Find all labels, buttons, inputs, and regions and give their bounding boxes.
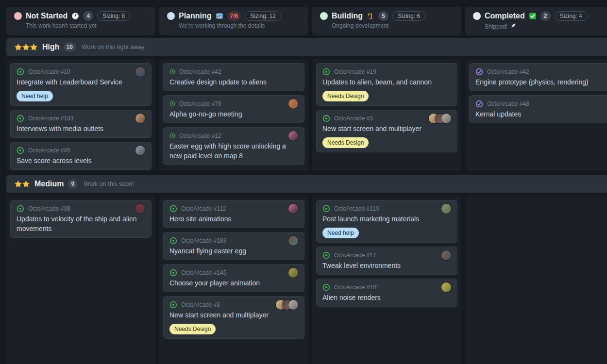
card-header-row: OctoArcade #19 [322, 67, 451, 76]
card-title[interactable]: Updates to alien, beam, and cannon [322, 77, 451, 87]
column-description-text: This work hasn't started yet [26, 22, 97, 29]
card-title[interactable]: Nyancat flying easter egg [169, 246, 298, 256]
open-issue-icon [322, 251, 330, 259]
column-header: Building 5 Sizing: 6 Ongoing development [312, 7, 461, 35]
card-label: Needs Design [322, 137, 369, 148]
star-icon [14, 43, 22, 51]
card-header-row: OctoArcade #48 [475, 99, 604, 108]
card-header-row: OctoArcade #112 [169, 204, 298, 213]
avatar-stack [429, 114, 451, 123]
open-issue-icon [322, 283, 330, 291]
card-repo-number: OctoArcade #183 [28, 115, 132, 122]
card-title[interactable]: Alpha go-no-go meeting [169, 109, 298, 119]
card-title[interactable]: Kernal updates [475, 109, 604, 119]
issue-card[interactable]: OctoArcade #145 Choose your player anima… [163, 264, 304, 292]
card-repo-number: OctoArcade #45 [28, 147, 132, 154]
priority-stars-icon [14, 43, 37, 51]
card-header-row: OctoArcade #42 [169, 67, 298, 76]
issue-card[interactable]: OctoArcade #42 Engine prototype (physics… [469, 63, 607, 91]
card-labels-row: Needs Design [169, 324, 298, 334]
avatar-stack [276, 300, 298, 310]
issue-card[interactable]: OctoArcade #10 Integrate with Leaderboar… [10, 63, 152, 106]
issue-card[interactable]: OctoArcade #79 Alpha go-no-go meeting [163, 95, 304, 123]
column-description-icon [510, 22, 517, 31]
column-description: This work hasn't started yet [26, 22, 148, 29]
card-title[interactable]: Creative design update to aliens [169, 77, 298, 87]
closed-issue-icon [475, 68, 483, 76]
issue-card[interactable]: OctoArcade #3 New start screen and multi… [316, 110, 457, 152]
card-title[interactable]: Interviews with media outlets [17, 124, 145, 133]
swimlane-count-badge: 9 [67, 179, 78, 189]
column-emoji-icon [529, 12, 537, 20]
card-label: Needs Design [322, 91, 369, 101]
open-issue-icon [169, 101, 175, 107]
card-title[interactable]: Engine prototype (physics, rendering) [475, 77, 604, 87]
column-description: We're working through the details [179, 22, 301, 29]
issue-card[interactable]: OctoArcade #12 Easter egg with high scor… [163, 127, 304, 165]
open-issue-icon [17, 115, 24, 122]
issue-card[interactable]: OctoArcade #48 Kernal updates [469, 95, 607, 123]
card-header-row: OctoArcade #17 [322, 251, 451, 260]
column-headers-row: Not Started 4 Sizing: 8 This work hasn't… [6, 7, 607, 35]
card-title[interactable]: Easter egg with high score unlocking a n… [169, 141, 298, 161]
card-labels-row: Needs Design [322, 91, 451, 101]
card-repo-number: OctoArcade #17 [334, 252, 438, 259]
issue-card[interactable]: OctoArcade #183 Interviews with media ou… [10, 110, 152, 138]
issue-card[interactable]: OctoArcade #17 Tweak level environments [316, 247, 457, 275]
issue-card[interactable]: OctoArcade #183 Nyancat flying easter eg… [163, 232, 304, 260]
column-description-text: Ongoing development [332, 22, 388, 29]
card-title[interactable]: Tweak level environments [322, 261, 451, 270]
card-title[interactable]: Save score across levels [17, 156, 145, 165]
open-issue-icon [17, 68, 24, 76]
closed-issue-icon [475, 100, 483, 108]
issue-card[interactable]: OctoArcade #45 Save score across levels [10, 142, 152, 170]
card-repo-number: OctoArcade #19 [334, 68, 447, 75]
swimlane-count-badge: 10 [64, 42, 76, 52]
card-title[interactable]: Choose your player animation [169, 278, 298, 288]
card-title[interactable]: New start screen and multiplayer [322, 124, 451, 133]
avatar [288, 204, 298, 214]
issue-card[interactable]: OctoArcade #112 Hero site animations [163, 200, 304, 228]
swimlane-title: High [42, 43, 60, 51]
closed-issue-icon [475, 100, 483, 108]
card-title[interactable]: Post launch marketing materials [322, 214, 451, 224]
card-header-row: OctoArcade #10 [17, 67, 145, 76]
avatar-stack [135, 146, 145, 155]
open-issue-icon [169, 133, 175, 139]
issue-card[interactable]: OctoArcade #42 Creative design update to… [163, 63, 304, 91]
card-header-row: OctoArcade #3 [169, 300, 298, 309]
column-header: Not Started 4 Sizing: 8 This work hasn't… [6, 7, 155, 35]
card-header-row: OctoArcade #12 [169, 132, 298, 140]
issue-card[interactable]: OctoArcade #19 Updates to alien, beam, a… [316, 63, 457, 106]
card-header-row: OctoArcade #110 [322, 204, 451, 213]
issue-card[interactable]: OctoArcade #38 Updates to velocity of th… [10, 200, 152, 238]
card-title[interactable]: Updates to velocity of the ship and alie… [17, 214, 145, 233]
card-header-row: OctoArcade #183 [17, 114, 145, 123]
column-sizing-badge: Sizing: 4 [555, 11, 588, 21]
card-title[interactable]: New start screen and multiplayer [169, 310, 298, 320]
issue-card[interactable]: OctoArcade #101 Alien noise renders [316, 279, 457, 307]
issue-card[interactable]: OctoArcade #110 Post launch marketing ma… [316, 200, 457, 243]
card-repo-number: OctoArcade #48 [487, 100, 600, 107]
open-issue-icon [17, 147, 24, 154]
avatar [441, 204, 451, 214]
swimlane-header: Medium 9 Work on this soon! [6, 175, 607, 193]
clock-icon [71, 12, 79, 20]
issue-card[interactable]: OctoArcade #3 New start screen and multi… [163, 296, 304, 339]
open-issue-icon [322, 68, 330, 76]
open-issue-icon [169, 101, 175, 107]
open-issue-icon [169, 301, 177, 309]
card-title[interactable]: Hero site animations [169, 214, 298, 224]
column-card-list: OctoArcade #112 Hero site animations Oct… [159, 196, 308, 364]
avatar [135, 67, 145, 77]
card-label: Need help [17, 91, 53, 101]
star-icon [22, 180, 30, 188]
open-issue-icon [169, 237, 177, 245]
card-title[interactable]: Alien noise renders [322, 293, 451, 302]
avatar-stack [135, 204, 145, 214]
card-title[interactable]: Integrate with Leaderboard Service [17, 77, 145, 87]
column-sizing-badge: Sizing: 6 [392, 11, 425, 21]
open-issue-icon [322, 115, 330, 122]
card-label: Needs Design [169, 324, 216, 334]
card-labels-row: Need help [322, 228, 451, 238]
